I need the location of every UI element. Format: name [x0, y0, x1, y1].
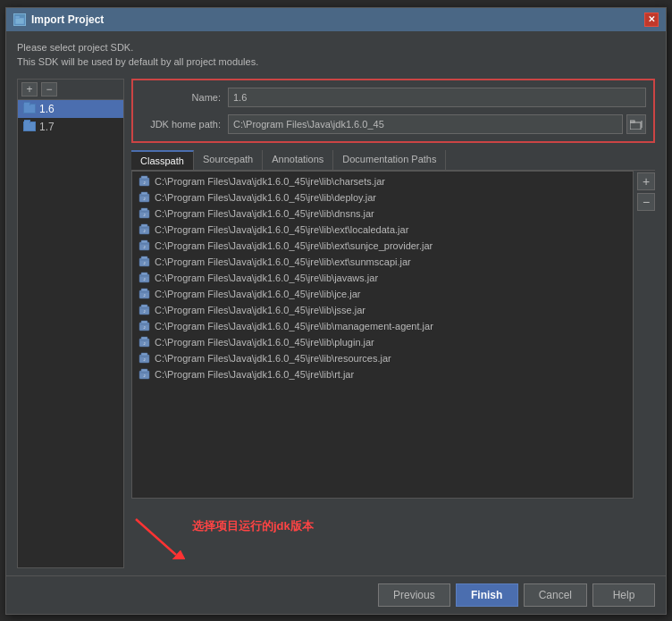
main-area: + − 1.6 1.7: [17, 79, 655, 568]
add-sdk-button[interactable]: +: [21, 82, 38, 97]
classpath-content: J C:\Program Files\Java\jdk1.6.0_45\jre\…: [131, 171, 655, 499]
sdk-item-17[interactable]: 1.7: [18, 118, 123, 136]
name-field-row: Name:: [140, 88, 646, 107]
jar-icon: J: [138, 304, 150, 316]
svg-text:J: J: [143, 245, 145, 249]
jar-icon: J: [138, 336, 150, 348]
svg-rect-22: [141, 240, 147, 243]
tab-annotations[interactable]: Annotations: [263, 150, 333, 170]
classpath-item-path: C:\Program Files\Java\jdk1.6.0_45\jre\li…: [155, 353, 391, 364]
jar-icon: J: [138, 368, 150, 381]
classpath-item-path: C:\Program Files\Java\jdk1.6.0_45\jre\li…: [155, 240, 433, 251]
svg-text:J: J: [143, 261, 145, 265]
svg-rect-3: [630, 121, 634, 122]
svg-rect-54: [141, 369, 147, 372]
svg-rect-50: [141, 353, 147, 356]
tab-classpath[interactable]: Classpath: [131, 150, 194, 170]
classpath-item-path: C:\Program Files\Java\jdk1.6.0_45\jre\li…: [155, 256, 411, 267]
left-panel-toolbar: + −: [18, 80, 123, 100]
title-bar-left: Import Project: [13, 13, 104, 26]
tab-documentation-paths[interactable]: Documentation Paths: [333, 150, 446, 170]
jar-icon: J: [138, 207, 150, 220]
tabs-bar: Classpath Sourcepath Annotations Documen…: [131, 150, 655, 171]
svg-rect-38: [141, 305, 147, 307]
jdk-path-input-group: [228, 114, 646, 134]
description: Please select project SDK. This SDK will…: [17, 40, 655, 70]
classpath-item-path: C:\Program Files\Java\jdk1.6.0_45\jre\li…: [155, 337, 374, 348]
list-item[interactable]: J C:\Program Files\Java\jdk1.6.0_45\jre\…: [132, 334, 633, 350]
name-input[interactable]: [228, 88, 646, 107]
dialog-title: Import Project: [31, 13, 104, 26]
list-item[interactable]: J C:\Program Files\Java\jdk1.6.0_45\jre\…: [132, 206, 633, 222]
list-item[interactable]: J C:\Program Files\Java\jdk1.6.0_45\jre\…: [132, 270, 633, 286]
dialog-content: Please select project SDK. This SDK will…: [6, 31, 666, 575]
tab-sourcepath[interactable]: Sourcepath: [194, 150, 263, 170]
svg-rect-26: [141, 256, 147, 259]
tabs-area: Classpath Sourcepath Annotations Documen…: [131, 150, 655, 499]
svg-rect-18: [141, 224, 147, 227]
sdk-item-16[interactable]: 1.6: [18, 100, 123, 118]
svg-rect-6: [141, 176, 147, 179]
svg-rect-42: [141, 321, 147, 323]
list-item[interactable]: J C:\Program Files\Java\jdk1.6.0_45\jre\…: [132, 302, 633, 318]
list-item[interactable]: J C:\Program Files\Java\jdk1.6.0_45\jre\…: [132, 238, 633, 254]
dialog-icon: [13, 13, 26, 26]
bottom-bar: Previous Finish Cancel Help: [6, 575, 666, 614]
svg-rect-0: [15, 18, 24, 24]
classpath-item-path: C:\Program Files\Java\jdk1.6.0_45\jre\li…: [155, 224, 408, 235]
folder-icon-16: [23, 104, 36, 113]
svg-text:J: J: [143, 197, 145, 201]
description-line1: Please select project SDK.: [17, 40, 655, 55]
remove-sdk-button[interactable]: −: [41, 82, 57, 97]
jdk-path-input[interactable]: [228, 114, 623, 134]
help-button[interactable]: Help: [592, 583, 655, 607]
list-item[interactable]: J C:\Program Files\Java\jdk1.6.0_45\jre\…: [132, 286, 633, 302]
sdk-item-16-label: 1.6: [39, 103, 55, 115]
svg-text:J: J: [143, 373, 145, 378]
svg-text:J: J: [143, 229, 145, 233]
svg-rect-2: [630, 122, 641, 130]
jar-icon: J: [138, 352, 150, 365]
classpath-item-path: C:\Program Files\Java\jdk1.6.0_45\jre\li…: [155, 305, 365, 315]
classpath-item-path: C:\Program Files\Java\jdk1.6.0_45\jre\li…: [155, 289, 360, 299]
left-panel: + − 1.6 1.7: [17, 79, 124, 568]
import-project-dialog: Import Project ✕ Please select project S…: [5, 7, 667, 615]
classpath-item-path: C:\Program Files\Java\jdk1.6.0_45\jre\li…: [155, 176, 385, 187]
finish-button[interactable]: Finish: [456, 583, 518, 607]
sdk-item-17-label: 1.7: [39, 121, 55, 133]
classpath-side-buttons: + −: [634, 171, 655, 499]
arrow-icon: [131, 515, 185, 559]
svg-text:J: J: [143, 309, 145, 314]
jar-icon: J: [138, 191, 150, 204]
svg-rect-30: [141, 273, 147, 275]
list-item[interactable]: J C:\Program Files\Java\jdk1.6.0_45\jre\…: [132, 350, 633, 366]
name-label: Name:: [140, 92, 221, 103]
remove-classpath-button[interactable]: −: [637, 193, 655, 211]
jar-icon: J: [138, 256, 150, 268]
classpath-item-path: C:\Program Files\Java\jdk1.6.0_45\jre\li…: [155, 208, 374, 219]
jdk-path-field-row: JDK home path:: [140, 114, 646, 134]
list-item[interactable]: J C:\Program Files\Java\jdk1.6.0_45\jre\…: [132, 318, 633, 334]
add-classpath-button[interactable]: +: [637, 172, 655, 190]
jar-icon: J: [138, 239, 150, 252]
jdk-path-label: JDK home path:: [140, 119, 221, 130]
svg-line-58: [136, 519, 176, 555]
list-item[interactable]: J C:\Program Files\Java\jdk1.6.0_45\jre\…: [132, 222, 633, 238]
jar-icon: J: [138, 175, 150, 188]
jar-icon: J: [138, 288, 150, 300]
list-item[interactable]: J C:\Program Files\Java\jdk1.6.0_45\jre\…: [132, 173, 633, 189]
close-button[interactable]: ✕: [644, 13, 659, 27]
previous-button[interactable]: Previous: [378, 583, 450, 607]
sdk-info-box: Name: JDK home path:: [131, 79, 655, 143]
classpath-item-path: C:\Program Files\Java\jdk1.6.0_45\jre\li…: [155, 369, 354, 380]
cancel-button[interactable]: Cancel: [524, 583, 587, 607]
list-item[interactable]: J C:\Program Files\Java\jdk1.6.0_45\jre\…: [132, 254, 633, 270]
classpath-item-path: C:\Program Files\Java\jdk1.6.0_45\jre\li…: [155, 192, 376, 203]
list-item[interactable]: J C:\Program Files\Java\jdk1.6.0_45\jre\…: [132, 366, 633, 382]
browse-button[interactable]: [626, 114, 646, 134]
annotation-text: 选择项目运行的jdk版本: [192, 518, 314, 534]
list-item[interactable]: J C:\Program Files\Java\jdk1.6.0_45\jre\…: [132, 189, 633, 206]
jar-icon: J: [138, 320, 150, 332]
title-bar: Import Project ✕: [6, 8, 666, 31]
svg-rect-1: [15, 16, 20, 18]
